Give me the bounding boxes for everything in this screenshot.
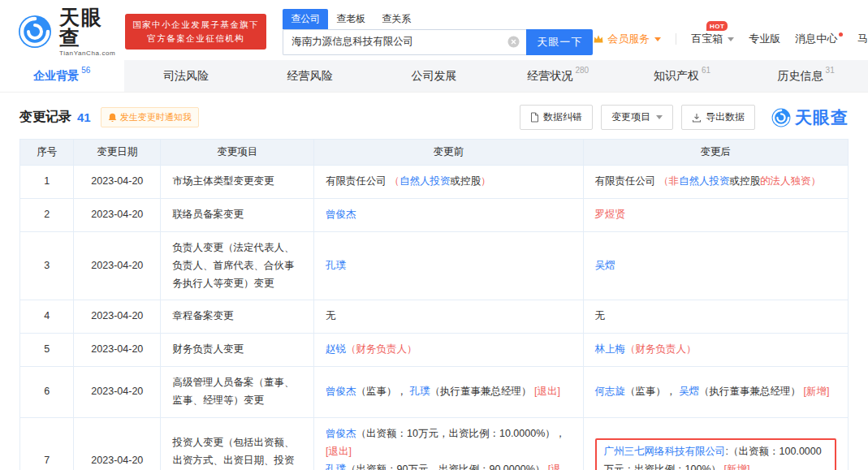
tab-label: 经营风险 [287, 69, 333, 84]
username-label: 马尔萨月 [857, 32, 868, 46]
cell-line: 何志旋（监事）， 吴熠（执行董事兼总经理） [新增] [595, 383, 836, 401]
tab-label: 历史信息 [778, 69, 823, 84]
entity-link[interactable]: 何志旋 [595, 386, 626, 397]
entity-link[interactable]: 自然人投资 [399, 175, 451, 187]
cell-before: 赵锐（财务负责人） [314, 334, 584, 367]
search-tabs: 查公司查老板查关系 [283, 9, 593, 29]
tab-count: 61 [702, 66, 710, 75]
search-tab[interactable]: 查公司 [283, 9, 328, 29]
message-center-link[interactable]: 消息中心 [795, 32, 843, 46]
cell-item: 负责人变更（法定代表人、负责人、首席代表、合伙事务执行人等变更）变更 [161, 231, 314, 300]
cell-index: 4 [20, 300, 74, 334]
entity-link[interactable]: 吴熠 [679, 386, 699, 397]
cell-index: 6 [20, 367, 74, 418]
brand-domain: TianYanCha.com [59, 50, 115, 57]
tab-司法风险[interactable]: 司法风险 [124, 60, 248, 92]
tianyancha-watermark-icon [771, 108, 791, 127]
tab-历史信息[interactable]: 历史信息31 [744, 60, 868, 92]
change-item-filter-button[interactable]: 变更项目 [601, 105, 673, 130]
cell-after: 罗煜贤 [583, 198, 848, 231]
hot-badge: HOT [706, 21, 728, 31]
changed-text: 的法人独资） [760, 175, 821, 187]
tianyancha-logo-icon [18, 15, 52, 49]
clear-input-icon[interactable] [507, 36, 520, 48]
table-row: 12023-04-20市场主体类型变更变更有限责任公司 （自然人投资或控股）有限… [20, 166, 849, 199]
page-header: 天眼查 TianYanCha.com 国家中小企业发展子基金旗下 官方备案企业征… [0, 0, 868, 60]
cell-before: 曾俊杰（出资额：10万元，出资比例：10.0000%）， [退出]孔璞（出资额：… [314, 417, 584, 470]
changed-text: （非 [659, 175, 679, 187]
cell-text: 无 [595, 310, 606, 321]
entity-link[interactable]: 曾俊杰 [326, 428, 356, 439]
notify-on-change-button[interactable]: 发生变更时通知我 [101, 107, 199, 127]
cell-text: 或控股 [451, 175, 482, 187]
tab-label: 司法风险 [163, 69, 209, 84]
changed-text: ） [481, 175, 491, 187]
section-bar: 变更记录 41 发生变更时通知我 数据纠错 变更项目 [0, 93, 868, 139]
badge-line1: 国家中小企业发展子基金旗下 [132, 18, 259, 32]
change-records-table-wrap: 序号变更日期变更项目变更前变更后 12023-04-20市场主体类型变更变更有限… [0, 139, 868, 470]
entity-link[interactable]: 吴熠 [595, 260, 615, 271]
tab-count: 56 [81, 66, 90, 75]
entity-link[interactable]: 孔璞 [410, 386, 430, 397]
cell-date: 2023-04-20 [74, 334, 161, 367]
cell-after: 林上梅（财务负责人） [583, 334, 848, 367]
entity-link[interactable]: 孔璞 [326, 260, 346, 271]
data-correction-button[interactable]: 数据纠错 [520, 105, 593, 130]
entity-link[interactable]: 曾俊杰 [326, 386, 356, 397]
search-button[interactable]: 天眼一下 [526, 29, 593, 55]
tab-公司发展[interactable]: 公司发展 [372, 60, 496, 92]
table-row: 22023-04-20联络员备案变更曾俊杰罗煜贤 [20, 198, 849, 231]
search-tab[interactable]: 查关系 [374, 9, 419, 29]
cell-line: 无 [326, 308, 572, 326]
pro-version-link[interactable]: 专业版 [749, 32, 780, 46]
cell-item: 投资人变更（包括出资额、出资方式、出资日期、投资人名称等）变更 [161, 417, 314, 470]
user-menu[interactable]: 马尔萨月 [857, 32, 868, 46]
table-body: 12023-04-20市场主体类型变更变更有限责任公司 （自然人投资或控股）有限… [20, 166, 849, 470]
entity-link[interactable]: 广州三七网络科技有限公司 [604, 446, 726, 457]
tab-企业背景[interactable]: 企业背景56 [0, 60, 124, 92]
search-input[interactable] [283, 29, 526, 55]
member-services-link[interactable]: 会员服务 [593, 32, 661, 46]
tab-经营风险[interactable]: 经营风险 [248, 60, 372, 92]
cell-after: 广州三七网络科技有限公司:（出资额：100.0000万元；出资比例：100%） … [583, 417, 848, 470]
search-tab[interactable]: 查老板 [328, 9, 374, 29]
cell-before: 曾俊杰（监事）， 孔璞（执行董事兼总经理） [退出] [314, 367, 584, 418]
cell-before: 无 [314, 300, 584, 334]
pro-version-label: 专业版 [749, 32, 780, 46]
divider [676, 33, 676, 45]
change-records-table: 序号变更日期变更项目变更前变更后 12023-04-20市场主体类型变更变更有限… [19, 139, 849, 470]
cell-date: 2023-04-20 [74, 367, 161, 418]
cell-after: 有限责任公司 （非自然人投资或控股的法人独资） [583, 166, 848, 199]
entity-link[interactable]: 孔璞 [326, 464, 346, 470]
brand-name: 天眼查 [59, 7, 115, 48]
entity-link[interactable]: 曾俊杰 [326, 209, 356, 220]
changed-text: [新增] [724, 464, 750, 470]
tab-经营状况[interactable]: 经营状况280 [496, 60, 620, 92]
section-count: 41 [77, 110, 91, 124]
cell-line: 有限责任公司 （非自然人投资或控股的法人独资） [595, 173, 836, 191]
changed-text: （财务负责人） [625, 343, 697, 355]
cell-before: 有限责任公司 （自然人投资或控股） [314, 166, 584, 199]
entity-link[interactable]: 赵锐 [326, 343, 346, 355]
table-row: 32023-04-20负责人变更（法定代表人、负责人、首席代表、合伙事务执行人等… [20, 231, 849, 300]
message-center-label: 消息中心 [795, 32, 837, 46]
entity-link[interactable]: 自然人投资 [679, 175, 730, 187]
cell-line: 曾俊杰（监事）， 孔璞（执行董事兼总经理） [退出] [326, 383, 572, 401]
cell-index: 1 [20, 166, 74, 199]
member-services-label: 会员服务 [607, 32, 650, 46]
cell-line: 林上梅（财务负责人） [595, 341, 836, 359]
entity-link[interactable]: 林上梅 [595, 343, 626, 355]
cell-item: 联络员备案变更 [161, 198, 314, 231]
cell-text: （出资额：10万元，出资比例：10.0000%）， [356, 428, 566, 439]
table-row: 52023-04-20财务负责人变更赵锐（财务负责人）林上梅（财务负责人） [20, 334, 849, 367]
badge-line2: 官方备案企业征信机构 [132, 32, 259, 45]
tianyancha-logo[interactable]: 天眼查 TianYanCha.com [18, 7, 115, 57]
cell-item: 市场主体类型变更变更 [161, 166, 314, 199]
highlight-box: 广州三七网络科技有限公司:（出资额：100.0000万元；出资比例：100%） … [595, 438, 836, 470]
tab-知识产权[interactable]: 知识产权61 [620, 60, 745, 92]
toolbox-link[interactable]: HOT 百宝箱 [691, 32, 734, 46]
export-data-button[interactable]: 导出数据 [681, 105, 755, 130]
cell-text: 或控股 [730, 175, 761, 187]
changed-text: （ [390, 175, 400, 187]
cell-before: 曾俊杰 [314, 198, 584, 231]
